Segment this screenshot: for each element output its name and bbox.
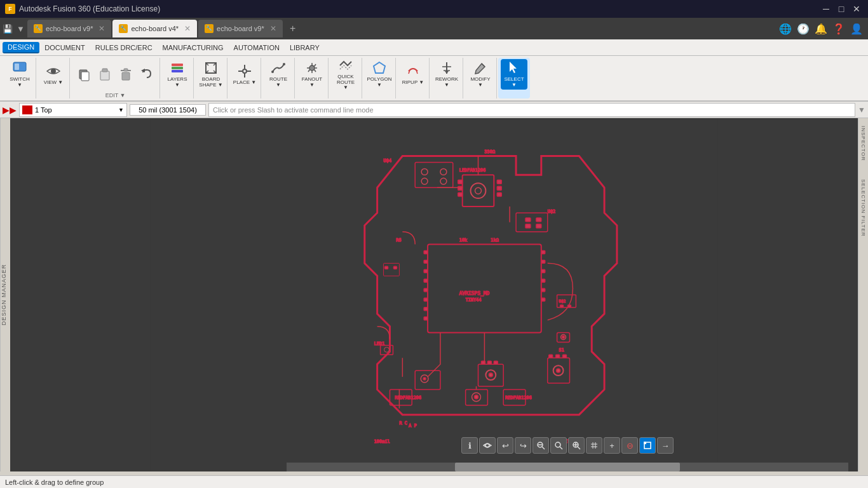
svg-rect-60 bbox=[424, 288, 428, 292]
fanout-button[interactable]: FANOUT ▼ bbox=[299, 59, 325, 90]
inspector-label[interactable]: INSPECTOR bbox=[860, 123, 867, 164]
svg-rect-64 bbox=[541, 251, 545, 254]
board-shape-label: BOARD SHAPE ▼ bbox=[199, 77, 223, 88]
route-icon bbox=[271, 60, 286, 76]
ribbon-group-polygon: POLYGON ▼ bbox=[363, 58, 396, 98]
svg-rect-5 bbox=[100, 71, 109, 80]
canvas-area[interactable]: AVRISPS_MD TINY44 bbox=[10, 118, 858, 471]
navigate-button[interactable]: → bbox=[657, 437, 674, 454]
polygon-icon bbox=[372, 60, 387, 76]
titlebar: F Autodesk Fusion 360 (Education License… bbox=[0, 0, 868, 18]
zoom-out-small-button[interactable] bbox=[532, 437, 549, 454]
modify-button[interactable]: MODIFY ▼ bbox=[467, 59, 494, 90]
ribbon-group-layers: LAYERS ▼ bbox=[161, 58, 194, 98]
tab-extra-buttons: 🌐 🕐 🔔 ❓ 👤 bbox=[778, 21, 868, 36]
visibility-tool-button[interactable] bbox=[479, 437, 496, 454]
horizontal-scrollbar[interactable] bbox=[287, 463, 848, 471]
svg-rect-9 bbox=[124, 69, 128, 71]
layers-button[interactable]: LAYERS ▼ bbox=[164, 59, 191, 90]
layer-selector[interactable]: 1 Top ▼ bbox=[19, 103, 127, 117]
select-button[interactable]: SELECT ▼ bbox=[501, 59, 527, 90]
redo-tool-button[interactable]: ↪ bbox=[515, 437, 531, 454]
board-shape-button[interactable]: BOARD SHAPE ▼ bbox=[198, 59, 224, 90]
route-button[interactable]: ROUTE ▼ bbox=[265, 59, 292, 90]
edit-paste-button[interactable] bbox=[95, 59, 115, 90]
switch-button[interactable]: SWITCH ▼ bbox=[6, 59, 33, 90]
svg-text:S1: S1 bbox=[559, 348, 564, 353]
svg-rect-6 bbox=[102, 69, 107, 72]
quick-save-icon[interactable]: 💾 bbox=[3, 24, 13, 34]
place-label: PLACE ▼ bbox=[233, 80, 256, 86]
selection-filter-label[interactable]: SELECTION FILTER bbox=[860, 177, 867, 240]
delete-icon bbox=[118, 67, 133, 82]
polygon-button[interactable]: POLYGON ▼ bbox=[366, 59, 393, 90]
command-dropdown-arrow[interactable]: ▼ bbox=[858, 105, 865, 114]
zoom-fit-button[interactable] bbox=[550, 437, 567, 454]
menu-rules[interactable]: RULES DRC/ERC bbox=[90, 43, 158, 53]
tab-label-2: echo-board v4* bbox=[131, 25, 179, 32]
menu-design[interactable]: DESIGN bbox=[3, 42, 39, 53]
ribbon-group-edit: EDIT ▼ bbox=[71, 58, 160, 98]
add-tool-button[interactable]: + bbox=[604, 437, 620, 454]
svg-rect-72 bbox=[536, 218, 541, 222]
zoom-in-button[interactable] bbox=[568, 437, 585, 454]
menu-automation[interactable]: AUTOMATION bbox=[229, 43, 285, 53]
delete-button[interactable] bbox=[116, 59, 136, 90]
tab-echo-board-v9-1[interactable]: 🔧 echo-board v9* ✕ bbox=[27, 20, 112, 37]
titlebar-controls[interactable]: ─ □ ✕ bbox=[820, 3, 863, 15]
view-label: VIEW ▼ bbox=[44, 80, 64, 86]
bell-icon[interactable]: 🔔 bbox=[813, 21, 829, 36]
svg-line-23 bbox=[315, 64, 316, 67]
grid-button[interactable] bbox=[586, 437, 602, 454]
design-manager-panel[interactable]: DESIGN MANAGER bbox=[0, 118, 10, 471]
quick-route-button[interactable]: QUICK ROUTE ▼ bbox=[332, 59, 359, 90]
svg-rect-51 bbox=[497, 186, 501, 190]
ribbon-group-switch: SWITCH ▼ bbox=[4, 58, 36, 98]
clock-icon[interactable]: 🕐 bbox=[796, 21, 811, 36]
menu-library[interactable]: LIBRARY bbox=[285, 43, 325, 53]
view-button[interactable]: VIEW ▼ bbox=[40, 59, 67, 90]
svg-rect-106 bbox=[385, 266, 388, 269]
ribbon-group-place: PLACE ▼ bbox=[229, 58, 261, 98]
svg-rect-1 bbox=[15, 64, 19, 70]
horizontal-scrollbar-thumb[interactable] bbox=[455, 463, 680, 471]
tab-close-1[interactable]: ✕ bbox=[98, 24, 105, 33]
remove-tool-button[interactable]: ⊖ bbox=[621, 437, 638, 454]
edit-copy-button[interactable] bbox=[74, 59, 94, 90]
menu-document[interactable]: DOCUMENT bbox=[39, 43, 90, 53]
ripup-button[interactable]: RIPUP ▼ bbox=[400, 59, 426, 90]
svg-rect-52 bbox=[497, 193, 501, 196]
place-button[interactable]: PLACE ▼ bbox=[231, 59, 258, 90]
menu-manufacturing[interactable]: MANUFACTURING bbox=[158, 43, 229, 53]
close-button[interactable]: ✕ bbox=[850, 3, 863, 15]
layers-icon bbox=[170, 60, 185, 76]
status-text: Left-click & drag to define group bbox=[5, 478, 104, 486]
user-icon[interactable]: 👤 bbox=[849, 21, 864, 36]
quick-route-icon bbox=[338, 58, 353, 73]
app-icon: F bbox=[5, 4, 15, 14]
tab-echo-board-v9-2[interactable]: 🔧 echo-board v9* ✕ bbox=[198, 20, 283, 37]
undo-button[interactable] bbox=[137, 59, 157, 90]
tab-close-3[interactable]: ✕ bbox=[270, 24, 276, 33]
svg-text:U$2: U$2 bbox=[548, 209, 556, 214]
minimize-button[interactable]: ─ bbox=[820, 3, 832, 15]
command-bar[interactable]: Click or press Slash to activate command… bbox=[208, 103, 855, 117]
tab-echo-board-v4[interactable]: 🔧 echo-board v4* ✕ bbox=[112, 20, 197, 37]
select-rect-button[interactable] bbox=[639, 437, 656, 454]
quick-menu-icon[interactable]: ▼ bbox=[17, 24, 25, 34]
help-icon[interactable]: ❓ bbox=[831, 21, 846, 36]
undo-tool-button[interactable]: ↩ bbox=[497, 437, 513, 454]
globe-icon[interactable]: 🌐 bbox=[778, 21, 793, 36]
maximize-button[interactable]: □ bbox=[835, 3, 848, 15]
rework-button[interactable]: REWORK ▼ bbox=[433, 59, 460, 90]
svg-point-19 bbox=[271, 71, 274, 73]
svg-text:R6: R6 bbox=[396, 238, 401, 243]
command-placeholder: Click or press Slash to activate command… bbox=[213, 106, 374, 114]
svg-rect-67 bbox=[541, 279, 545, 282]
svg-point-118 bbox=[562, 336, 565, 339]
tab-add-button[interactable]: + bbox=[284, 20, 302, 37]
tab-close-2[interactable]: ✕ bbox=[184, 24, 191, 33]
ribbon: SWITCH ▼ VIEW ▼ bbox=[0, 56, 868, 102]
info-tool-button[interactable]: ℹ bbox=[461, 437, 478, 454]
svg-rect-126 bbox=[563, 355, 567, 358]
